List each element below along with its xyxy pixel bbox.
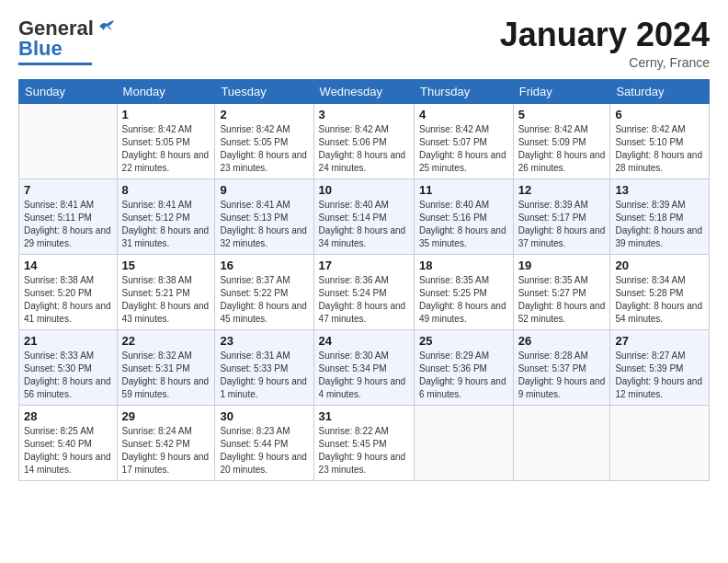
day-detail: Sunrise: 8:23 AMSunset: 5:44 PMDaylight:… [220, 425, 308, 477]
table-row: 7Sunrise: 8:41 AMSunset: 5:11 PMDaylight… [19, 178, 118, 254]
table-row: 2Sunrise: 8:42 AMSunset: 5:05 PMDaylight… [215, 103, 313, 178]
col-monday: Monday [117, 79, 215, 103]
table-row: 6Sunrise: 8:42 AMSunset: 5:10 PMDaylight… [610, 103, 710, 178]
day-number: 21 [24, 334, 112, 348]
table-row: 18Sunrise: 8:35 AMSunset: 5:25 PMDayligh… [414, 254, 513, 329]
day-detail: Sunrise: 8:39 AMSunset: 5:17 PMDaylight:… [518, 199, 606, 250]
day-number: 13 [615, 183, 704, 197]
day-detail: Sunrise: 8:35 AMSunset: 5:27 PMDaylight:… [518, 274, 606, 326]
logo-blue-text: Blue [18, 37, 63, 61]
table-row: 9Sunrise: 8:41 AMSunset: 5:13 PMDaylight… [215, 178, 313, 254]
day-number: 27 [615, 334, 704, 348]
day-number: 10 [319, 183, 409, 197]
day-detail: Sunrise: 8:32 AMSunset: 5:31 PMDaylight:… [122, 350, 210, 401]
day-number: 2 [220, 108, 308, 121]
day-number: 12 [518, 183, 606, 197]
location: Cerny, France [500, 55, 710, 70]
table-row: 28Sunrise: 8:25 AMSunset: 5:40 PMDayligh… [19, 405, 118, 480]
table-row: 17Sunrise: 8:36 AMSunset: 5:24 PMDayligh… [313, 254, 414, 329]
day-number: 7 [24, 183, 112, 197]
day-detail: Sunrise: 8:40 AMSunset: 5:14 PMDaylight:… [319, 199, 409, 250]
day-detail: Sunrise: 8:42 AMSunset: 5:05 PMDaylight:… [220, 123, 308, 175]
calendar-week-row: 28Sunrise: 8:25 AMSunset: 5:40 PMDayligh… [19, 405, 710, 480]
day-number: 19 [518, 259, 606, 272]
day-detail: Sunrise: 8:34 AMSunset: 5:28 PMDaylight:… [615, 274, 704, 326]
calendar-week-row: 1Sunrise: 8:42 AMSunset: 5:05 PMDaylight… [19, 103, 710, 178]
day-detail: Sunrise: 8:42 AMSunset: 5:05 PMDaylight:… [122, 123, 210, 175]
day-detail: Sunrise: 8:36 AMSunset: 5:24 PMDaylight:… [319, 274, 409, 326]
logo-underline [18, 63, 92, 65]
day-number: 11 [419, 183, 508, 197]
day-number: 25 [419, 334, 508, 348]
day-number: 16 [220, 259, 308, 272]
day-detail: Sunrise: 8:31 AMSunset: 5:33 PMDaylight:… [220, 350, 308, 401]
title-block: January 2024 Cerny, France [500, 17, 710, 70]
day-number: 17 [319, 259, 409, 272]
day-detail: Sunrise: 8:37 AMSunset: 5:22 PMDaylight:… [220, 274, 308, 326]
table-row: 25Sunrise: 8:29 AMSunset: 5:36 PMDayligh… [414, 329, 513, 405]
day-number: 29 [122, 409, 210, 423]
table-row: 22Sunrise: 8:32 AMSunset: 5:31 PMDayligh… [117, 329, 215, 405]
day-detail: Sunrise: 8:27 AMSunset: 5:39 PMDaylight:… [615, 350, 704, 401]
day-number: 9 [220, 183, 308, 197]
table-row [414, 405, 513, 480]
col-sunday: Sunday [19, 79, 118, 103]
day-detail: Sunrise: 8:35 AMSunset: 5:25 PMDaylight:… [419, 274, 508, 326]
calendar: Sunday Monday Tuesday Wednesday Thursday… [18, 79, 710, 481]
day-number: 1 [122, 108, 210, 121]
day-number: 28 [24, 409, 112, 423]
table-row: 27Sunrise: 8:27 AMSunset: 5:39 PMDayligh… [610, 329, 710, 405]
table-row [19, 103, 118, 178]
table-row [610, 405, 710, 480]
day-number: 24 [319, 334, 409, 348]
day-number: 15 [122, 259, 210, 272]
table-row: 16Sunrise: 8:37 AMSunset: 5:22 PMDayligh… [215, 254, 313, 329]
table-row: 10Sunrise: 8:40 AMSunset: 5:14 PMDayligh… [313, 178, 414, 254]
day-detail: Sunrise: 8:42 AMSunset: 5:06 PMDaylight:… [319, 123, 409, 175]
table-row: 24Sunrise: 8:30 AMSunset: 5:34 PMDayligh… [313, 329, 414, 405]
day-detail: Sunrise: 8:22 AMSunset: 5:45 PMDaylight:… [319, 425, 409, 477]
calendar-week-row: 21Sunrise: 8:33 AMSunset: 5:30 PMDayligh… [19, 329, 710, 405]
calendar-week-row: 14Sunrise: 8:38 AMSunset: 5:20 PMDayligh… [19, 254, 710, 329]
calendar-header-row: Sunday Monday Tuesday Wednesday Thursday… [19, 79, 710, 103]
table-row: 4Sunrise: 8:42 AMSunset: 5:07 PMDaylight… [414, 103, 513, 178]
day-number: 30 [220, 409, 308, 423]
day-number: 23 [220, 334, 308, 348]
day-detail: Sunrise: 8:28 AMSunset: 5:37 PMDaylight:… [518, 350, 606, 401]
day-detail: Sunrise: 8:41 AMSunset: 5:11 PMDaylight:… [24, 199, 112, 250]
day-number: 5 [518, 108, 606, 121]
table-row: 13Sunrise: 8:39 AMSunset: 5:18 PMDayligh… [610, 178, 710, 254]
page: General Blue January 2024 Cerny, France … [0, 0, 728, 490]
day-detail: Sunrise: 8:42 AMSunset: 5:07 PMDaylight:… [419, 123, 508, 175]
day-number: 6 [615, 108, 704, 121]
day-detail: Sunrise: 8:41 AMSunset: 5:13 PMDaylight:… [220, 199, 308, 250]
table-row: 20Sunrise: 8:34 AMSunset: 5:28 PMDayligh… [610, 254, 710, 329]
day-detail: Sunrise: 8:30 AMSunset: 5:34 PMDaylight:… [319, 350, 409, 401]
col-wednesday: Wednesday [313, 79, 414, 103]
col-saturday: Saturday [610, 79, 710, 103]
day-detail: Sunrise: 8:25 AMSunset: 5:40 PMDaylight:… [24, 425, 112, 477]
day-detail: Sunrise: 8:38 AMSunset: 5:21 PMDaylight:… [122, 274, 210, 326]
day-number: 26 [518, 334, 606, 348]
col-tuesday: Tuesday [215, 79, 313, 103]
day-detail: Sunrise: 8:42 AMSunset: 5:10 PMDaylight:… [615, 123, 704, 175]
logo: General Blue [18, 17, 116, 65]
table-row: 19Sunrise: 8:35 AMSunset: 5:27 PMDayligh… [513, 254, 610, 329]
day-number: 4 [419, 108, 508, 121]
day-number: 31 [319, 409, 409, 423]
table-row: 5Sunrise: 8:42 AMSunset: 5:09 PMDaylight… [513, 103, 610, 178]
table-row: 12Sunrise: 8:39 AMSunset: 5:17 PMDayligh… [513, 178, 610, 254]
day-number: 18 [419, 259, 508, 272]
day-detail: Sunrise: 8:33 AMSunset: 5:30 PMDaylight:… [24, 350, 112, 401]
day-detail: Sunrise: 8:39 AMSunset: 5:18 PMDaylight:… [615, 199, 704, 250]
table-row: 26Sunrise: 8:28 AMSunset: 5:37 PMDayligh… [513, 329, 610, 405]
calendar-week-row: 7Sunrise: 8:41 AMSunset: 5:11 PMDaylight… [19, 178, 710, 254]
table-row: 15Sunrise: 8:38 AMSunset: 5:21 PMDayligh… [117, 254, 215, 329]
day-detail: Sunrise: 8:38 AMSunset: 5:20 PMDaylight:… [24, 274, 112, 326]
table-row: 3Sunrise: 8:42 AMSunset: 5:06 PMDaylight… [313, 103, 414, 178]
day-number: 8 [122, 183, 210, 197]
month-title: January 2024 [500, 17, 710, 53]
col-thursday: Thursday [414, 79, 513, 103]
header: General Blue January 2024 Cerny, France [18, 17, 710, 70]
day-number: 3 [319, 108, 409, 121]
